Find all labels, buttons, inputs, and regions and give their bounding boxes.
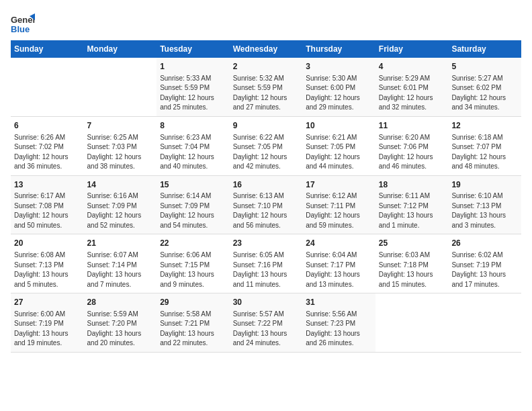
calendar-cell: 31Sunrise: 5:56 AM Sunset: 7:23 PM Dayli…	[302, 293, 375, 353]
calendar-cell: 13Sunrise: 6:17 AM Sunset: 7:08 PM Dayli…	[11, 175, 84, 234]
day-info: Sunrise: 6:20 AM Sunset: 7:06 PM Dayligh…	[379, 133, 445, 172]
header-cell-thursday: Thursday	[302, 40, 375, 58]
day-info: Sunrise: 6:07 AM Sunset: 7:14 PM Dayligh…	[87, 250, 154, 289]
calendar-cell: 7Sunrise: 6:25 AM Sunset: 7:03 PM Daylig…	[84, 116, 157, 175]
day-info: Sunrise: 6:22 AM Sunset: 7:05 PM Dayligh…	[233, 133, 300, 172]
day-info: Sunrise: 5:29 AM Sunset: 6:01 PM Dayligh…	[379, 74, 445, 113]
calendar-cell: 18Sunrise: 6:11 AM Sunset: 7:12 PM Dayli…	[375, 175, 449, 234]
day-info: Sunrise: 6:23 AM Sunset: 7:04 PM Dayligh…	[160, 133, 226, 172]
day-info: Sunrise: 5:33 AM Sunset: 5:59 PM Dayligh…	[160, 74, 226, 113]
day-number: 20	[14, 238, 81, 249]
header-row: SundayMondayTuesdayWednesdayThursdayFrid…	[11, 40, 521, 58]
calendar-cell: 8Sunrise: 6:23 AM Sunset: 7:04 PM Daylig…	[157, 116, 230, 175]
calendar-cell: 28Sunrise: 5:59 AM Sunset: 7:20 PM Dayli…	[84, 293, 157, 353]
page-header: General Blue	[11, 11, 521, 35]
calendar-cell: 16Sunrise: 6:13 AM Sunset: 7:10 PM Dayli…	[230, 175, 303, 234]
calendar-cell: 19Sunrise: 6:10 AM Sunset: 7:13 PM Dayli…	[448, 175, 521, 234]
day-number: 25	[379, 238, 445, 249]
calendar-cell: 15Sunrise: 6:14 AM Sunset: 7:09 PM Dayli…	[157, 175, 230, 234]
day-info: Sunrise: 5:59 AM Sunset: 7:20 PM Dayligh…	[87, 310, 154, 349]
day-number: 10	[306, 120, 372, 132]
day-info: Sunrise: 6:10 AM Sunset: 7:13 PM Dayligh…	[451, 191, 518, 230]
day-info: Sunrise: 6:25 AM Sunset: 7:03 PM Dayligh…	[87, 133, 154, 172]
calendar-cell: 1Sunrise: 5:33 AM Sunset: 5:59 PM Daylig…	[157, 58, 230, 116]
calendar-cell	[448, 293, 521, 353]
day-info: Sunrise: 6:00 AM Sunset: 7:19 PM Dayligh…	[14, 310, 81, 349]
calendar-body: 1Sunrise: 5:33 AM Sunset: 5:59 PM Daylig…	[11, 58, 521, 352]
day-number: 12	[451, 120, 518, 132]
header-cell-sunday: Sunday	[11, 40, 84, 58]
calendar-cell: 23Sunrise: 6:05 AM Sunset: 7:16 PM Dayli…	[230, 234, 303, 293]
header-cell-tuesday: Tuesday	[157, 40, 230, 58]
day-number: 2	[233, 61, 300, 73]
day-info: Sunrise: 5:32 AM Sunset: 5:59 PM Dayligh…	[233, 74, 300, 113]
day-info: Sunrise: 6:14 AM Sunset: 7:09 PM Dayligh…	[160, 191, 226, 230]
day-info: Sunrise: 6:26 AM Sunset: 7:02 PM Dayligh…	[14, 133, 81, 172]
day-number: 13	[14, 179, 81, 191]
day-info: Sunrise: 6:12 AM Sunset: 7:11 PM Dayligh…	[306, 191, 372, 230]
header-cell-saturday: Saturday	[448, 40, 521, 58]
day-number: 31	[306, 297, 372, 308]
day-number: 14	[87, 179, 154, 191]
calendar-cell: 24Sunrise: 6:04 AM Sunset: 7:17 PM Dayli…	[302, 234, 375, 293]
day-info: Sunrise: 6:05 AM Sunset: 7:16 PM Dayligh…	[233, 250, 300, 289]
calendar-cell: 2Sunrise: 5:32 AM Sunset: 5:59 PM Daylig…	[230, 58, 303, 116]
calendar-cell: 10Sunrise: 6:21 AM Sunset: 7:05 PM Dayli…	[302, 116, 375, 175]
calendar-cell: 29Sunrise: 5:58 AM Sunset: 7:21 PM Dayli…	[157, 293, 230, 353]
day-info: Sunrise: 5:56 AM Sunset: 7:23 PM Dayligh…	[306, 310, 372, 349]
day-info: Sunrise: 6:13 AM Sunset: 7:10 PM Dayligh…	[233, 191, 300, 230]
calendar-week-2: 6Sunrise: 6:26 AM Sunset: 7:02 PM Daylig…	[11, 116, 521, 175]
day-number: 26	[451, 238, 518, 249]
day-number: 28	[87, 297, 154, 308]
calendar-week-4: 20Sunrise: 6:08 AM Sunset: 7:13 PM Dayli…	[11, 234, 521, 293]
calendar-week-1: 1Sunrise: 5:33 AM Sunset: 5:59 PM Daylig…	[11, 58, 521, 116]
calendar-header: SundayMondayTuesdayWednesdayThursdayFrid…	[11, 40, 521, 58]
day-number: 7	[87, 120, 154, 132]
header-cell-friday: Friday	[375, 40, 449, 58]
day-number: 17	[306, 179, 372, 191]
day-number: 3	[306, 61, 372, 73]
day-info: Sunrise: 5:58 AM Sunset: 7:21 PM Dayligh…	[160, 310, 226, 349]
calendar-cell	[11, 58, 84, 116]
day-number: 29	[160, 297, 226, 308]
calendar-cell: 25Sunrise: 6:03 AM Sunset: 7:18 PM Dayli…	[375, 234, 449, 293]
day-number: 16	[233, 179, 300, 191]
day-info: Sunrise: 6:16 AM Sunset: 7:09 PM Dayligh…	[87, 191, 154, 230]
day-number: 27	[14, 297, 81, 308]
calendar-cell: 22Sunrise: 6:06 AM Sunset: 7:15 PM Dayli…	[157, 234, 230, 293]
calendar-cell: 30Sunrise: 5:57 AM Sunset: 7:22 PM Dayli…	[230, 293, 303, 353]
logo-icon: General Blue	[11, 11, 35, 35]
day-info: Sunrise: 6:21 AM Sunset: 7:05 PM Dayligh…	[306, 133, 372, 172]
day-info: Sunrise: 6:04 AM Sunset: 7:17 PM Dayligh…	[306, 250, 372, 289]
calendar-cell: 26Sunrise: 6:02 AM Sunset: 7:19 PM Dayli…	[448, 234, 521, 293]
calendar-cell: 20Sunrise: 6:08 AM Sunset: 7:13 PM Dayli…	[11, 234, 84, 293]
day-number: 30	[233, 297, 300, 308]
calendar-week-3: 13Sunrise: 6:17 AM Sunset: 7:08 PM Dayli…	[11, 175, 521, 234]
day-number: 15	[160, 179, 226, 191]
day-number: 22	[160, 238, 226, 249]
day-info: Sunrise: 6:11 AM Sunset: 7:12 PM Dayligh…	[379, 191, 445, 230]
day-number: 5	[451, 61, 518, 73]
day-info: Sunrise: 5:57 AM Sunset: 7:22 PM Dayligh…	[233, 310, 300, 349]
day-number: 8	[160, 120, 226, 132]
day-info: Sunrise: 5:30 AM Sunset: 6:00 PM Dayligh…	[306, 74, 372, 113]
header-cell-wednesday: Wednesday	[230, 40, 303, 58]
calendar-week-5: 27Sunrise: 6:00 AM Sunset: 7:19 PM Dayli…	[11, 293, 521, 353]
day-number: 1	[160, 61, 226, 73]
calendar-cell: 12Sunrise: 6:18 AM Sunset: 7:07 PM Dayli…	[448, 116, 521, 175]
day-info: Sunrise: 6:02 AM Sunset: 7:19 PM Dayligh…	[451, 250, 518, 289]
calendar-cell: 27Sunrise: 6:00 AM Sunset: 7:19 PM Dayli…	[11, 293, 84, 353]
calendar-cell: 14Sunrise: 6:16 AM Sunset: 7:09 PM Dayli…	[84, 175, 157, 234]
calendar-cell: 3Sunrise: 5:30 AM Sunset: 6:00 PM Daylig…	[302, 58, 375, 116]
svg-text:Blue: Blue	[11, 24, 30, 34]
day-number: 24	[306, 238, 372, 249]
calendar-cell	[84, 58, 157, 116]
day-info: Sunrise: 6:17 AM Sunset: 7:08 PM Dayligh…	[14, 191, 81, 230]
day-info: Sunrise: 6:08 AM Sunset: 7:13 PM Dayligh…	[14, 250, 81, 289]
day-number: 19	[451, 179, 518, 191]
day-info: Sunrise: 6:06 AM Sunset: 7:15 PM Dayligh…	[160, 250, 226, 289]
day-info: Sunrise: 5:27 AM Sunset: 6:02 PM Dayligh…	[451, 74, 518, 113]
calendar-cell: 6Sunrise: 6:26 AM Sunset: 7:02 PM Daylig…	[11, 116, 84, 175]
day-number: 11	[379, 120, 445, 132]
calendar-cell: 5Sunrise: 5:27 AM Sunset: 6:02 PM Daylig…	[448, 58, 521, 116]
